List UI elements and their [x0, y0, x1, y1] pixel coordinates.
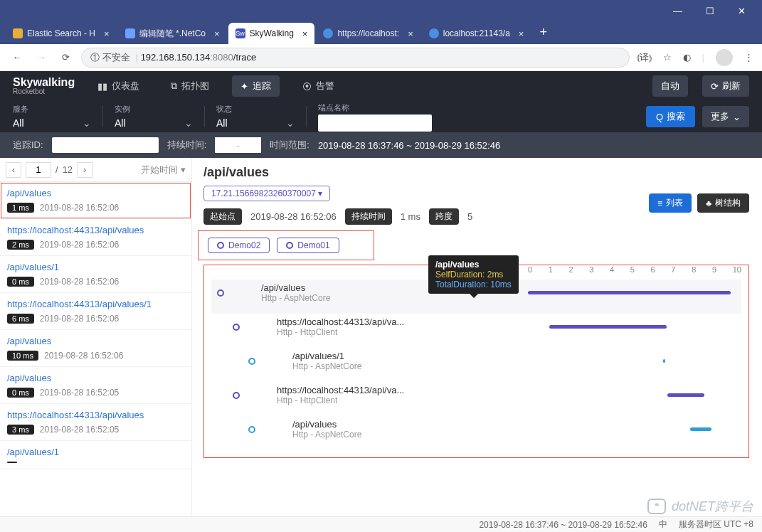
chevron-down-icon: ⌄: [286, 117, 295, 129]
url-port: :8080: [210, 52, 233, 63]
profile-avatar-icon[interactable]: [716, 49, 733, 66]
close-icon[interactable]: ×: [519, 28, 524, 39]
trace-list-item[interactable]: https://localhost:44313/api/values 3 ms2…: [0, 404, 191, 441]
secondary-filter-bar: 追踪ID: 持续时间: - 时间范围: 2019-08-28 16:37:46 …: [0, 132, 762, 158]
status-bar: 2019-08-28 16:37:46 ~ 2019-08-29 16:52:4…: [0, 516, 762, 532]
dot-icon: [286, 242, 293, 249]
service-chip[interactable]: Demo02: [208, 238, 270, 253]
browser-tab[interactable]: 编辑随笔 *.NetCo×: [118, 23, 227, 44]
prev-page-button[interactable]: ‹: [6, 162, 21, 178]
alarm-icon: ⦿: [302, 81, 312, 92]
span-row[interactable]: /api/values/1 Http - AspNetCore: [211, 348, 741, 382]
sort-dropdown[interactable]: 开始时间▾: [141, 164, 186, 176]
trace-list-item[interactable]: https://localhost:44313/api/values/1 6 m…: [0, 293, 191, 330]
service-chip[interactable]: Demo01: [277, 238, 339, 253]
endpoint-input[interactable]: [318, 115, 432, 132]
app-logo: Skywalking Rocketbot: [13, 77, 75, 95]
topology-icon: ⧉: [171, 80, 177, 92]
trace-time: 2019-08-28 16:52:06: [40, 240, 119, 250]
nav-alarm[interactable]: ⦿告警: [294, 75, 343, 97]
traceid-label: 追踪ID:: [13, 139, 43, 151]
duration-badge: 3 ms: [7, 425, 34, 435]
chevron-down-icon: ⌄: [184, 117, 193, 129]
reload-button[interactable]: ⟳: [57, 49, 74, 66]
bookmark-icon[interactable]: ☆: [663, 52, 672, 63]
nav-trace[interactable]: ✦追踪: [232, 75, 280, 97]
forward-button[interactable]: →: [33, 49, 50, 66]
span-bar: [528, 291, 731, 294]
service-filter-row: Demo02 Demo01: [201, 233, 371, 257]
url-input[interactable]: ① 不安全 | 192.168.150.134:8080/trace: [81, 48, 630, 68]
footer-lang[interactable]: 中: [659, 518, 667, 531]
span-row[interactable]: https://localhost:44313/api/va... Http -…: [211, 314, 741, 348]
trace-name: /api/values: [7, 336, 184, 346]
divider: [204, 106, 205, 127]
refresh-button[interactable]: ⟳刷新: [702, 75, 749, 97]
trace-time: 2019-08-28 16:52:05: [40, 425, 119, 435]
tab-label: localhost:21143/a: [443, 28, 510, 38]
traceid-dropdown[interactable]: 17.21.15669823260370007 ▾: [203, 186, 330, 201]
span-row[interactable]: /api/values Http - AspNetCore: [211, 416, 741, 450]
trace-list-item[interactable]: /api/values 10 ms2019-08-28 16:52:06: [0, 330, 191, 367]
window-close-icon[interactable]: ✕: [726, 1, 758, 21]
trace-list[interactable]: /api/values 1 ms2019-08-28 16:52:06https…: [0, 182, 191, 516]
auto-button[interactable]: 自动: [652, 75, 688, 97]
span-title: /api/values: [261, 282, 432, 293]
list-view-button[interactable]: ≡列表: [649, 193, 692, 213]
endpoint-filter: 端点名称: [318, 102, 432, 132]
extension-icon[interactable]: ◐: [683, 52, 691, 63]
duration-input[interactable]: -: [215, 137, 261, 153]
dashboard-icon: ▮▮: [97, 81, 107, 92]
close-icon[interactable]: ×: [214, 28, 220, 39]
state-filter[interactable]: 状态 All⌄: [216, 104, 295, 130]
trace-list-item[interactable]: https://localhost:44313/api/values 2 ms2…: [0, 219, 191, 256]
duration-badge: 10 ms: [7, 351, 38, 361]
filter-label: 状态: [216, 104, 295, 115]
span-node-icon: [233, 324, 240, 331]
window-maximize-icon[interactable]: ☐: [694, 1, 726, 21]
more-button[interactable]: 更多⌄: [702, 106, 749, 127]
btn-label: 更多: [711, 110, 729, 123]
traceid-input[interactable]: [52, 137, 159, 153]
ruler-tick: 8: [692, 265, 696, 274]
span-title: /api/values: [292, 419, 463, 430]
duration-badge: 1 ms: [7, 203, 34, 213]
browser-tab[interactable]: https://localhost:×: [316, 23, 420, 44]
ruler-tick: 1: [549, 265, 553, 274]
trace-name: /api/values: [7, 188, 184, 198]
trace-list-item[interactable]: /api/values 1 ms2019-08-28 16:52:06: [0, 182, 191, 219]
footer-timerange: 2019-08-28 16:37:46 ~ 2019-08-29 16:52:4…: [479, 520, 647, 530]
new-tab-button[interactable]: +: [532, 21, 554, 44]
nav-topology[interactable]: ⧉拓扑图: [162, 75, 218, 97]
filter-value: All: [216, 117, 228, 129]
span-bar: [667, 393, 704, 397]
url-path: /trace: [233, 52, 257, 63]
filter-bar: 服务 All⌄ 实例 All⌄ 状态 All⌄ 端点名称 Q搜索 更多⌄: [0, 101, 762, 132]
trace-list-item[interactable]: /api/values/1: [0, 441, 191, 469]
back-button[interactable]: ←: [9, 49, 26, 66]
span-row[interactable]: https://localhost:44313/api/va... Http -…: [211, 382, 741, 416]
instance-filter[interactable]: 实例 All⌄: [115, 104, 193, 130]
browser-tab[interactable]: localhost:21143/a×: [422, 23, 531, 44]
tree-view-button[interactable]: ♣树结构: [697, 193, 749, 213]
window-minimize-icon[interactable]: —: [662, 1, 694, 21]
close-icon[interactable]: ×: [408, 28, 413, 39]
chevron-down-icon: ⌄: [83, 117, 91, 129]
trace-list-item[interactable]: /api/values/1 0 ms2019-08-28 16:52:06: [0, 256, 191, 293]
translate-icon[interactable]: ⦅译⦆: [637, 51, 652, 64]
browser-tabbar: Elastic Search - H× 编辑随笔 *.NetCo× SwSkyW…: [0, 21, 762, 44]
trace-list-item[interactable]: /api/values 0 ms2019-08-28 16:52:05: [0, 367, 191, 404]
nav-dashboard[interactable]: ▮▮仪表盘: [89, 75, 148, 97]
close-icon[interactable]: ×: [302, 28, 308, 39]
search-button[interactable]: Q搜索: [646, 106, 695, 127]
next-page-button[interactable]: ›: [77, 162, 92, 178]
tab-label: Elastic Search - H: [27, 28, 95, 38]
menu-icon[interactable]: ⋮: [744, 52, 753, 63]
browser-tab[interactable]: Elastic Search - H×: [6, 23, 117, 44]
trace-time: 2019-08-28 16:52:05: [40, 388, 119, 398]
service-filter[interactable]: 服务 All⌄: [13, 104, 91, 130]
browser-tab-active[interactable]: SwSkyWalking×: [228, 23, 315, 44]
page-input[interactable]: [26, 162, 51, 178]
footer-tz-value: +8: [744, 519, 753, 529]
close-icon[interactable]: ×: [104, 28, 110, 39]
